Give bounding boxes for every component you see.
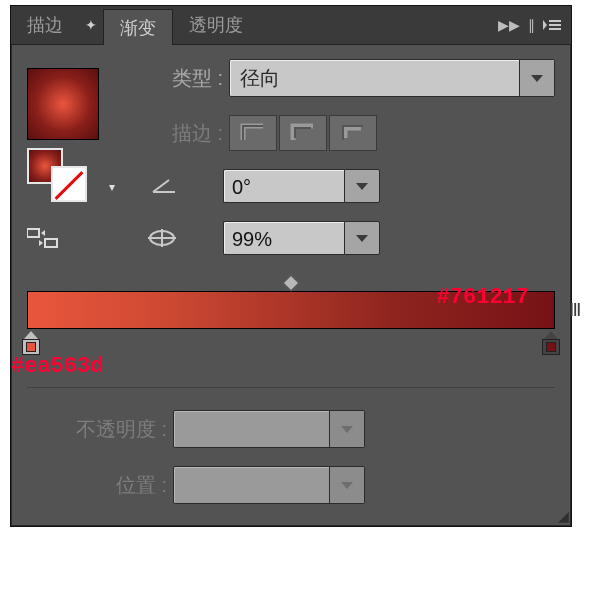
svg-rect-5	[45, 239, 57, 247]
gradient-stop-right[interactable]	[542, 331, 560, 353]
angle-value[interactable]: 0°	[223, 169, 344, 203]
type-select-arrow[interactable]	[519, 60, 554, 96]
panel-menu-icon[interactable]	[543, 18, 561, 32]
svg-marker-7	[39, 240, 43, 246]
location-label: 位置 :	[27, 472, 173, 499]
stroke-align-group	[229, 115, 377, 151]
stroke-align-within[interactable]	[229, 115, 277, 151]
angle-icon	[133, 176, 185, 196]
angle-field[interactable]: 0°	[223, 169, 380, 203]
aspect-arrow[interactable]	[344, 221, 380, 255]
tab-bar: 描边 ✦ 渐变 透明度 ▶▶ ∥	[11, 6, 571, 45]
angle-arrow[interactable]	[344, 169, 380, 203]
svg-rect-2	[549, 24, 561, 26]
type-label: 类型 :	[133, 65, 229, 92]
annotation-left-hex: #ea563d	[11, 354, 103, 379]
skip-forward-icon[interactable]: ▶▶	[498, 17, 520, 33]
gradient-panel: 描边 ✦ 渐变 透明度 ▶▶ ∥ ▾	[10, 5, 572, 527]
opacity-label: 不透明度 :	[27, 416, 173, 443]
resize-grip-icon[interactable]: ◢	[558, 508, 567, 524]
aspect-row: 99%	[133, 221, 555, 255]
opacity-select	[173, 410, 365, 448]
opacity-row: 不透明度 :	[27, 410, 555, 448]
gradient-ramp-area: Ⅲ #761217 #ea563d	[27, 291, 555, 329]
annotation-right-hex: #761217	[437, 285, 529, 310]
aspect-value[interactable]: 99%	[223, 221, 344, 255]
location-select	[173, 466, 365, 504]
panel-collapse-toggle[interactable]: ✦	[79, 6, 103, 44]
tab-transparency[interactable]: 透明度	[173, 6, 259, 44]
left-swatch-column: ▾	[27, 68, 133, 253]
panel-body: ▾ 类型 :	[11, 45, 571, 526]
stroke-align-across[interactable]	[329, 115, 377, 151]
svg-marker-0	[543, 20, 547, 30]
tab-stroke[interactable]: 描边	[11, 6, 79, 44]
stroke-row: 描边 :	[133, 115, 555, 151]
svg-rect-3	[549, 28, 561, 30]
type-row: 类型 : 径向	[133, 59, 555, 97]
svg-rect-1	[549, 20, 561, 22]
fill-stroke-swatches	[27, 148, 97, 208]
location-row: 位置 :	[27, 466, 555, 504]
gradient-stop-left[interactable]	[22, 331, 40, 353]
midpoint-diamond[interactable]	[283, 275, 300, 292]
swatch-dropdown-caret[interactable]: ▾	[109, 180, 115, 194]
type-select-value: 径向	[230, 65, 519, 92]
form-column: 类型 : 径向 描边 :	[133, 59, 555, 261]
divider-icon: ∥	[528, 17, 535, 33]
stroke-swatch-none[interactable]	[51, 166, 87, 202]
aspect-ratio-icon	[133, 226, 185, 250]
stroke-align-along[interactable]	[279, 115, 327, 151]
angle-row: 0°	[133, 169, 555, 203]
svg-marker-6	[41, 230, 45, 236]
stroke-label: 描边 :	[133, 120, 229, 147]
bottom-section: 不透明度 : 位置 :	[27, 387, 555, 504]
svg-rect-4	[27, 229, 39, 237]
reverse-gradient-icon[interactable]	[27, 226, 133, 253]
type-select[interactable]: 径向	[229, 59, 555, 97]
aspect-field[interactable]: 99%	[223, 221, 380, 255]
gradient-preview-swatch[interactable]	[27, 68, 99, 140]
tab-gradient[interactable]: 渐变	[103, 9, 173, 45]
ramp-tick-icon: Ⅲ	[569, 299, 579, 321]
